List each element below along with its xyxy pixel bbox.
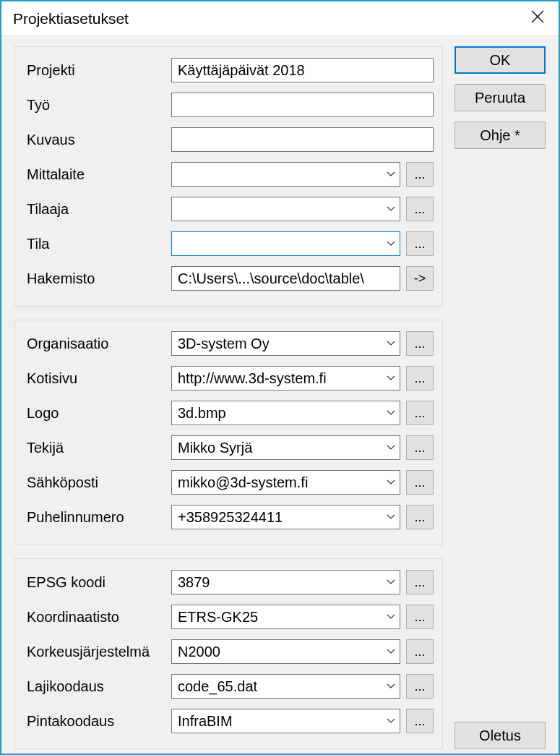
button-column: OK Peruuta Ohje * Oletus	[455, 46, 546, 749]
combo-koordinaatisto[interactable]: ETRS-GK25	[171, 605, 400, 629]
browse-sahkoposti-button[interactable]: ...	[406, 470, 434, 495]
combo-kotisivu[interactable]: http://www.3d-system.fi	[171, 366, 400, 391]
combo-puhelinnumero[interactable]: +358925324411	[171, 505, 400, 529]
window-title: Projektiasetukset	[13, 10, 129, 27]
combo-tekija-text: Mikko Syrjä	[172, 440, 382, 456]
combo-lajikoodaus-text: code_65.dat	[172, 678, 382, 695]
label-tilaaja: Tilaaja	[24, 201, 165, 218]
combo-puhelinnumero-text: +358925324411	[172, 509, 382, 526]
label-tyo: Työ	[24, 97, 165, 114]
combo-organisaatio[interactable]: 3D-system Oy	[171, 331, 400, 356]
browse-logo-button[interactable]: ...	[406, 401, 434, 425]
browse-epsg-button[interactable]: ...	[406, 570, 434, 594]
label-pintakoodaus: Pintakoodaus	[24, 713, 165, 730]
combo-korkeus-text: N2000	[172, 644, 382, 660]
label-kotisivu: Kotisivu	[24, 370, 165, 387]
spacer	[455, 159, 546, 712]
chevron-down-icon	[382, 471, 400, 494]
browse-laji-button[interactable]: ...	[406, 674, 434, 699]
browse-puhelinnumero-button[interactable]: ...	[406, 505, 434, 529]
browse-tilaaja-button[interactable]: ...	[406, 197, 434, 221]
combo-kotisivu-text: http://www.3d-system.fi	[172, 370, 382, 387]
combo-lajikoodaus[interactable]: code_65.dat	[171, 674, 400, 699]
dialog-window: Projektiasetukset Projekti Työ	[0, 0, 560, 755]
ok-button[interactable]: OK	[455, 46, 546, 74]
label-projekti: Projekti	[24, 62, 165, 79]
combo-koordinaatisto-text: ETRS-GK25	[172, 609, 382, 626]
chevron-down-icon	[382, 332, 400, 355]
combo-organisaatio-text: 3D-system Oy	[172, 336, 382, 352]
combo-sahkoposti[interactable]: mikko@3d-system.fi	[171, 470, 400, 495]
combo-logo-text: 3d.bmp	[172, 405, 382, 422]
browse-mittalaite-button[interactable]: ...	[406, 162, 434, 187]
label-sahkoposti: Sähköposti	[24, 474, 165, 491]
label-tila: Tila	[24, 236, 165, 252]
browse-tila-button[interactable]: ...	[406, 231, 434, 256]
combo-pintakoodaus[interactable]: InfraBIM	[171, 709, 400, 733]
default-button[interactable]: Oletus	[455, 722, 546, 749]
combo-tila[interactable]	[171, 231, 400, 256]
chevron-down-icon	[382, 675, 400, 698]
chevron-down-icon	[382, 709, 400, 733]
browse-organisaatio-button[interactable]: ...	[406, 331, 434, 356]
input-hakemisto[interactable]	[171, 266, 400, 291]
chevron-down-icon	[382, 197, 400, 221]
help-button[interactable]: Ohje *	[455, 121, 546, 149]
label-puhelinnumero: Puhelinnumero	[24, 509, 165, 526]
browse-pinta-button[interactable]: ...	[406, 709, 434, 733]
input-kuvaus[interactable]	[171, 127, 434, 152]
browse-koord-button[interactable]: ...	[406, 605, 434, 629]
input-projekti[interactable]	[171, 58, 434, 82]
combo-logo[interactable]: 3d.bmp	[171, 401, 400, 425]
group-project: Projekti Työ Kuvaus	[14, 46, 443, 307]
label-koordinaatisto: Koordinaatisto	[24, 609, 165, 626]
label-organisaatio: Organisaatio	[24, 336, 165, 352]
close-icon	[531, 10, 544, 27]
content-area: Projekti Työ Kuvaus	[1, 36, 559, 755]
combo-epsg-text: 3879	[172, 574, 382, 591]
chevron-down-icon	[382, 436, 400, 459]
label-korkeus: Korkeusjärjestelmä	[24, 644, 165, 660]
close-button[interactable]	[517, 1, 559, 36]
combo-pintakoodaus-text: InfraBIM	[172, 713, 382, 730]
titlebar: Projektiasetukset	[1, 1, 559, 36]
browse-kotisivu-button[interactable]: ...	[406, 366, 434, 391]
form-column: Projekti Työ Kuvaus	[14, 46, 443, 749]
chevron-down-icon	[382, 232, 400, 255]
label-lajikoodaus: Lajikoodaus	[24, 678, 165, 695]
combo-sahkoposti-text: mikko@3d-system.fi	[172, 474, 382, 491]
browse-korkeus-button[interactable]: ...	[406, 639, 434, 664]
combo-korkeus[interactable]: N2000	[171, 639, 400, 664]
chevron-down-icon	[382, 401, 400, 425]
cancel-button[interactable]: Peruuta	[455, 84, 546, 111]
label-logo: Logo	[24, 405, 165, 422]
label-hakemisto: Hakemisto	[24, 270, 165, 287]
label-tekija: Tekijä	[24, 440, 165, 456]
group-coordinate: EPSG koodi 3879 ... Koordinaatisto ETRS-…	[14, 558, 443, 749]
label-kuvaus: Kuvaus	[24, 132, 165, 148]
goto-hakemisto-button[interactable]: ->	[406, 266, 434, 291]
chevron-down-icon	[382, 506, 400, 529]
group-organisation: Organisaatio 3D-system Oy ... Kotisivu h…	[14, 320, 443, 545]
chevron-down-icon	[382, 367, 400, 390]
combo-tekija[interactable]: Mikko Syrjä	[171, 435, 400, 460]
combo-epsg[interactable]: 3879	[171, 570, 400, 594]
label-mittalaite: Mittalaite	[24, 166, 165, 183]
browse-tekija-button[interactable]: ...	[406, 435, 434, 460]
label-epsg: EPSG koodi	[24, 574, 165, 591]
chevron-down-icon	[382, 605, 400, 628]
combo-mittalaite[interactable]	[171, 162, 400, 187]
chevron-down-icon	[382, 571, 400, 594]
chevron-down-icon	[382, 640, 400, 663]
chevron-down-icon	[382, 163, 400, 186]
combo-tilaaja[interactable]	[171, 197, 400, 221]
input-tyo[interactable]	[171, 93, 434, 117]
